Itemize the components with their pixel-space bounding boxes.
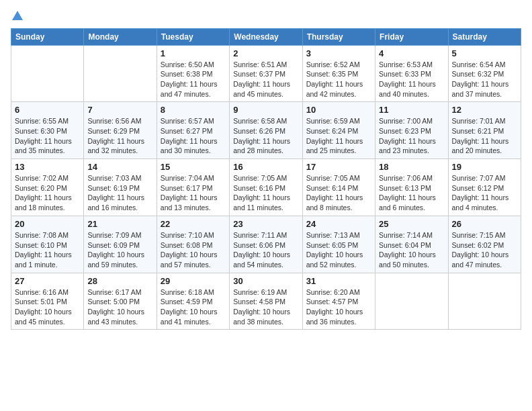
- calendar-cell: [11, 45, 84, 102]
- day-number: 1: [161, 48, 226, 58]
- day-info: Sunrise: 6:17 AMSunset: 5:00 PMDaylight:…: [87, 287, 152, 327]
- day-number: 13: [15, 162, 80, 172]
- day-number: 24: [306, 219, 371, 229]
- day-number: 22: [161, 219, 226, 229]
- calendar-header-tuesday: Tuesday: [157, 28, 229, 45]
- calendar-week-5: 27Sunrise: 6:16 AMSunset: 5:01 PMDayligh…: [11, 273, 521, 330]
- day-number: 3: [306, 48, 371, 58]
- day-info: Sunrise: 7:00 AMSunset: 6:23 PMDaylight:…: [379, 116, 444, 156]
- calendar-cell: 3Sunrise: 6:52 AMSunset: 6:35 PMDaylight…: [302, 45, 375, 102]
- day-number: 12: [452, 105, 517, 115]
- calendar-cell: 30Sunrise: 6:19 AMSunset: 4:58 PMDayligh…: [230, 273, 302, 330]
- calendar-cell: 15Sunrise: 7:04 AMSunset: 6:17 PMDayligh…: [157, 159, 229, 216]
- day-info: Sunrise: 7:13 AMSunset: 6:05 PMDaylight:…: [306, 230, 371, 270]
- logo: [11, 11, 23, 23]
- day-number: 4: [379, 48, 444, 58]
- day-number: 19: [452, 162, 517, 172]
- day-info: Sunrise: 6:18 AMSunset: 4:59 PMDaylight:…: [161, 287, 226, 327]
- calendar-cell: 22Sunrise: 7:10 AMSunset: 6:08 PMDayligh…: [157, 216, 229, 273]
- day-info: Sunrise: 7:03 AMSunset: 6:19 PMDaylight:…: [87, 173, 152, 213]
- day-info: Sunrise: 6:58 AMSunset: 6:26 PMDaylight:…: [233, 116, 298, 156]
- calendar-cell: 9Sunrise: 6:58 AMSunset: 6:26 PMDaylight…: [230, 102, 302, 159]
- day-info: Sunrise: 6:51 AMSunset: 6:37 PMDaylight:…: [233, 60, 298, 99]
- day-number: 6: [15, 105, 80, 115]
- day-info: Sunrise: 6:50 AMSunset: 6:38 PMDaylight:…: [161, 60, 226, 99]
- day-info: Sunrise: 6:54 AMSunset: 6:32 PMDaylight:…: [452, 60, 517, 99]
- day-info: Sunrise: 6:20 AMSunset: 4:57 PMDaylight:…: [306, 287, 371, 327]
- calendar-cell: 21Sunrise: 7:09 AMSunset: 6:09 PMDayligh…: [84, 216, 157, 273]
- calendar-cell: 5Sunrise: 6:54 AMSunset: 6:32 PMDaylight…: [448, 45, 521, 102]
- day-number: 23: [233, 219, 298, 229]
- day-number: 31: [306, 276, 371, 286]
- calendar-header-friday: Friday: [375, 28, 448, 45]
- day-info: Sunrise: 7:02 AMSunset: 6:20 PMDaylight:…: [15, 173, 80, 213]
- calendar-cell: 24Sunrise: 7:13 AMSunset: 6:05 PMDayligh…: [302, 216, 375, 273]
- logo-arrow-icon: [12, 11, 23, 23]
- calendar-cell: 17Sunrise: 7:05 AMSunset: 6:14 PMDayligh…: [302, 159, 375, 216]
- calendar-cell: 4Sunrise: 6:53 AMSunset: 6:33 PMDaylight…: [375, 45, 448, 102]
- calendar-cell: 20Sunrise: 7:08 AMSunset: 6:10 PMDayligh…: [11, 216, 84, 273]
- day-number: 29: [161, 276, 226, 286]
- day-number: 28: [87, 276, 152, 286]
- day-number: 10: [306, 105, 371, 115]
- day-info: Sunrise: 6:53 AMSunset: 6:33 PMDaylight:…: [379, 60, 444, 99]
- calendar-cell: [375, 273, 448, 330]
- day-info: Sunrise: 7:06 AMSunset: 6:13 PMDaylight:…: [379, 173, 444, 213]
- day-info: Sunrise: 6:56 AMSunset: 6:29 PMDaylight:…: [87, 116, 152, 156]
- calendar-cell: 6Sunrise: 6:55 AMSunset: 6:30 PMDaylight…: [11, 102, 84, 159]
- calendar-cell: 13Sunrise: 7:02 AMSunset: 6:20 PMDayligh…: [11, 159, 84, 216]
- calendar-cell: 16Sunrise: 7:05 AMSunset: 6:16 PMDayligh…: [230, 159, 302, 216]
- calendar-cell: 23Sunrise: 7:11 AMSunset: 6:06 PMDayligh…: [230, 216, 302, 273]
- day-number: 16: [233, 162, 298, 172]
- day-number: 14: [87, 162, 152, 172]
- day-number: 15: [161, 162, 226, 172]
- calendar-cell: 2Sunrise: 6:51 AMSunset: 6:37 PMDaylight…: [230, 45, 302, 102]
- day-info: Sunrise: 7:01 AMSunset: 6:21 PMDaylight:…: [452, 116, 517, 156]
- calendar-header-sunday: Sunday: [11, 28, 84, 45]
- calendar-cell: 8Sunrise: 6:57 AMSunset: 6:27 PMDaylight…: [157, 102, 229, 159]
- calendar-cell: 7Sunrise: 6:56 AMSunset: 6:29 PMDaylight…: [84, 102, 157, 159]
- calendar-header-thursday: Thursday: [302, 28, 375, 45]
- calendar-cell: 28Sunrise: 6:17 AMSunset: 5:00 PMDayligh…: [84, 273, 157, 330]
- day-number: 7: [87, 105, 152, 115]
- calendar-table: SundayMondayTuesdayWednesdayThursdayFrid…: [11, 28, 521, 330]
- day-number: 8: [161, 105, 226, 115]
- day-number: 26: [452, 219, 517, 229]
- day-info: Sunrise: 6:57 AMSunset: 6:27 PMDaylight:…: [161, 116, 226, 156]
- day-info: Sunrise: 6:19 AMSunset: 4:58 PMDaylight:…: [233, 287, 298, 327]
- calendar-cell: 31Sunrise: 6:20 AMSunset: 4:57 PMDayligh…: [302, 273, 375, 330]
- calendar-week-2: 6Sunrise: 6:55 AMSunset: 6:30 PMDaylight…: [11, 102, 521, 159]
- calendar-week-4: 20Sunrise: 7:08 AMSunset: 6:10 PMDayligh…: [11, 216, 521, 273]
- day-info: Sunrise: 7:10 AMSunset: 6:08 PMDaylight:…: [161, 230, 226, 270]
- day-info: Sunrise: 6:55 AMSunset: 6:30 PMDaylight:…: [15, 116, 80, 156]
- calendar-cell: 27Sunrise: 6:16 AMSunset: 5:01 PMDayligh…: [11, 273, 84, 330]
- calendar-cell: 12Sunrise: 7:01 AMSunset: 6:21 PMDayligh…: [448, 102, 521, 159]
- day-info: Sunrise: 6:16 AMSunset: 5:01 PMDaylight:…: [15, 287, 80, 327]
- calendar-cell: 26Sunrise: 7:15 AMSunset: 6:02 PMDayligh…: [448, 216, 521, 273]
- day-number: 17: [306, 162, 371, 172]
- calendar-header-wednesday: Wednesday: [230, 28, 302, 45]
- day-number: 18: [379, 162, 444, 172]
- calendar-cell: 18Sunrise: 7:06 AMSunset: 6:13 PMDayligh…: [375, 159, 448, 216]
- day-number: 27: [15, 276, 80, 286]
- calendar-cell: 25Sunrise: 7:14 AMSunset: 6:04 PMDayligh…: [375, 216, 448, 273]
- day-number: 9: [233, 105, 298, 115]
- day-info: Sunrise: 7:05 AMSunset: 6:16 PMDaylight:…: [233, 173, 298, 213]
- calendar-cell: [84, 45, 157, 102]
- calendar-cell: 29Sunrise: 6:18 AMSunset: 4:59 PMDayligh…: [157, 273, 229, 330]
- day-number: 21: [87, 219, 152, 229]
- calendar-week-1: 1Sunrise: 6:50 AMSunset: 6:38 PMDaylight…: [11, 45, 521, 102]
- day-info: Sunrise: 7:05 AMSunset: 6:14 PMDaylight:…: [306, 173, 371, 213]
- calendar-header-monday: Monday: [84, 28, 157, 45]
- calendar-cell: 19Sunrise: 7:07 AMSunset: 6:12 PMDayligh…: [448, 159, 521, 216]
- day-number: 20: [15, 219, 80, 229]
- day-number: 2: [233, 48, 298, 58]
- day-info: Sunrise: 7:08 AMSunset: 6:10 PMDaylight:…: [15, 230, 80, 270]
- day-info: Sunrise: 7:04 AMSunset: 6:17 PMDaylight:…: [161, 173, 226, 213]
- day-number: 30: [233, 276, 298, 286]
- calendar-header-saturday: Saturday: [448, 28, 521, 45]
- day-info: Sunrise: 7:09 AMSunset: 6:09 PMDaylight:…: [87, 230, 152, 270]
- day-info: Sunrise: 6:52 AMSunset: 6:35 PMDaylight:…: [306, 60, 371, 99]
- day-info: Sunrise: 6:59 AMSunset: 6:24 PMDaylight:…: [306, 116, 371, 156]
- day-number: 5: [452, 48, 517, 58]
